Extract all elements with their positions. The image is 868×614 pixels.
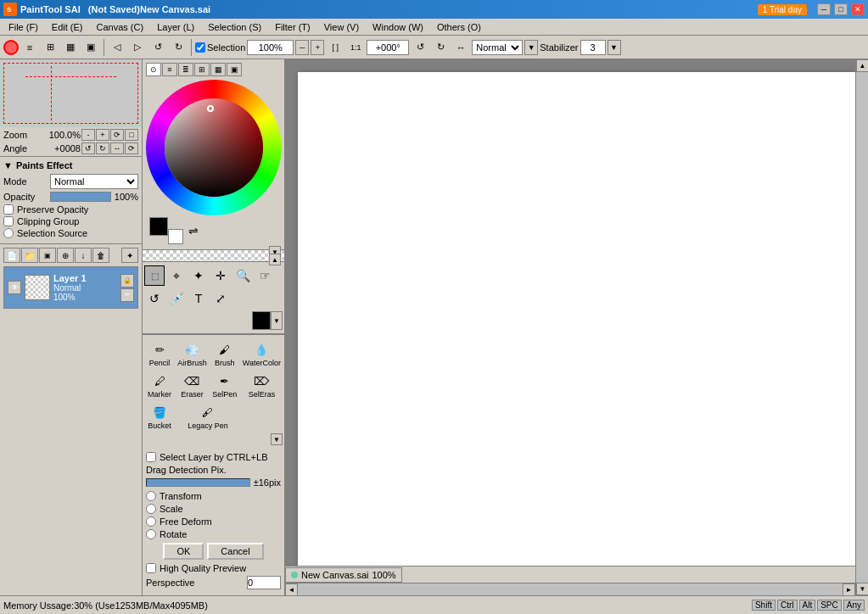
active-color-swatch[interactable] [252, 311, 271, 330]
angle-flip[interactable]: ↔ [110, 142, 124, 154]
new-layer-btn[interactable]: 📄 [3, 248, 20, 263]
zoom-input[interactable] [247, 40, 294, 55]
color-tab-rgb[interactable]: ≡ [162, 63, 177, 76]
blend-mode-select[interactable]: Normal Multiply Screen [472, 40, 523, 55]
color-gradient[interactable] [165, 98, 263, 197]
zoom-fit[interactable]: [ ] [326, 38, 344, 57]
rot-flip[interactable]: ↔ [451, 38, 470, 57]
rgb-btn[interactable]: ≡ [20, 38, 39, 57]
scale-radio[interactable] [146, 504, 156, 514]
watercolor-tool[interactable]: 💧 WaterColor [241, 338, 283, 369]
minimize-button[interactable]: ─ [817, 3, 831, 15]
nav-rot-right[interactable]: ↻ [169, 38, 188, 57]
preview-scroll-up[interactable]: ▲ [269, 254, 281, 265]
selection-source-radio[interactable] [3, 228, 14, 238]
angle-right[interactable]: ↻ [96, 142, 109, 154]
zoom-tool[interactable]: 🔍 [232, 265, 253, 286]
angle-left[interactable]: ↺ [81, 142, 95, 154]
selection-checkbox[interactable] [195, 42, 205, 53]
scroll-down-btn[interactable]: ▼ [856, 583, 868, 595]
saturation-value-square[interactable] [165, 98, 263, 197]
brush-tool[interactable]: 🖌 Brush [210, 338, 240, 369]
text-tool[interactable]: T [188, 288, 209, 309]
color-options-btn[interactable]: ▼ [271, 311, 283, 330]
clipping-group-check[interactable] [3, 216, 14, 226]
rot-right[interactable]: ↻ [431, 38, 450, 57]
nav-prev[interactable]: ◁ [108, 38, 126, 57]
scroll-left-btn[interactable]: ◄ [285, 583, 298, 595]
brush-scroll-down[interactable]: ▼ [271, 433, 283, 445]
eyedropper-tool[interactable]: 💉 [166, 288, 187, 309]
menu-file[interactable]: File (F) [2, 21, 45, 33]
menu-edit[interactable]: Edit (E) [45, 21, 90, 33]
rotate-radio[interactable] [146, 529, 156, 539]
scroll-track-v[interactable] [856, 72, 868, 583]
seleras-tool[interactable]: ⌦ SelEras [241, 370, 283, 400]
eraser-tool[interactable]: ⌫ Eraser [176, 370, 209, 400]
zoom-plus[interactable]: + [311, 40, 324, 55]
canvas-tab[interactable]: New Canvas.sai 100% [285, 567, 402, 583]
stab-down[interactable]: ▼ [608, 40, 621, 55]
marker-tool[interactable]: 🖊 Marker [144, 370, 175, 400]
move-tool[interactable]: ✛ [210, 265, 231, 286]
blend-minus[interactable]: ▼ [524, 40, 538, 55]
free-transform-tool[interactable]: ⤢ [210, 288, 231, 309]
color-tab-picker[interactable]: ▦ [210, 63, 226, 76]
paints-effect-header[interactable]: ▼ Paints Effect [3, 160, 138, 170]
layer-merge-btn[interactable]: ↓ [75, 248, 92, 263]
zoom-inc[interactable]: + [96, 129, 109, 141]
scroll-track-h[interactable] [298, 583, 843, 595]
nav-rot-left[interactable]: ↺ [148, 38, 167, 57]
free-deform-radio[interactable] [146, 516, 156, 527]
layer-copy-btn[interactable]: ⊕ [57, 248, 74, 263]
menu-selection[interactable]: Selection (S) [201, 21, 268, 33]
bucket-tool[interactable]: 🪣 Bucket [144, 401, 175, 432]
zoom-minus[interactable]: ─ [295, 40, 309, 55]
color-tab-digital[interactable]: ▣ [227, 63, 242, 76]
layer-lock[interactable]: 🔒 [120, 274, 134, 287]
swatch-btn[interactable]: ▦ [61, 38, 80, 57]
zoom-fit-btn[interactable]: □ [125, 129, 138, 141]
layer-fx-btn[interactable]: ✦ [121, 248, 138, 263]
menu-layer[interactable]: Layer (L) [150, 21, 201, 33]
perspective-input[interactable] [247, 576, 281, 589]
nav-next[interactable]: ▷ [128, 38, 147, 57]
background-swatch[interactable] [168, 229, 183, 244]
preserve-opacity-check[interactable] [3, 204, 14, 215]
canvas-container[interactable]: ▲ ▼ ◄ ► [285, 59, 868, 595]
zoom-reset[interactable]: ⟳ [110, 129, 124, 141]
rotation-input[interactable] [367, 40, 409, 55]
rotate-canvas-tool[interactable]: ↺ [144, 288, 165, 309]
new-folder-btn[interactable]: 📁 [21, 248, 38, 263]
cancel-button[interactable]: Cancel [207, 543, 263, 560]
layer-item[interactable]: 👁 Layer 1 Normal 100% 🔒 ✏ [4, 267, 137, 308]
menu-view[interactable]: View (V) [317, 21, 366, 33]
layer-mask-btn[interactable]: ▣ [39, 248, 56, 263]
zoom-dec[interactable]: - [81, 129, 95, 141]
select-layer-check[interactable] [146, 452, 156, 462]
mode-select[interactable]: Normal Multiply Screen [50, 174, 138, 189]
legacy-pen-tool[interactable]: 🖋 Legacy Pen [176, 401, 240, 432]
ok-button[interactable]: OK [163, 543, 204, 560]
menu-filter[interactable]: Filter (T) [268, 21, 317, 33]
hsv-btn[interactable] [3, 40, 19, 55]
foreground-swatch[interactable] [149, 217, 168, 236]
close-button[interactable]: ✕ [851, 3, 865, 15]
layer-edit[interactable]: ✏ [120, 288, 134, 302]
layer-visibility[interactable]: 👁 [8, 281, 21, 294]
palette-btn[interactable]: ⊞ [41, 38, 59, 57]
hq-preview-check[interactable] [146, 563, 156, 573]
angle-reset[interactable]: ⟳ [125, 142, 138, 154]
menu-canvas[interactable]: Canvas (C) [90, 21, 151, 33]
drag-detect-bar[interactable] [146, 478, 250, 487]
digital-btn[interactable]: ▣ [81, 38, 100, 57]
layer-delete-btn[interactable]: 🗑 [92, 248, 109, 263]
menu-others[interactable]: Others (O) [430, 21, 488, 33]
color-tab-grid[interactable]: ⊞ [194, 63, 210, 76]
scroll-right-btn[interactable]: ► [843, 583, 855, 595]
color-tab-wheel[interactable]: ⊙ [146, 63, 161, 76]
lasso-tool[interactable]: ⌖ [166, 265, 187, 286]
color-wheel-container[interactable] [146, 80, 282, 215]
swap-colors-btn[interactable]: ⇌ [188, 224, 199, 237]
maximize-button[interactable]: □ [834, 3, 848, 15]
